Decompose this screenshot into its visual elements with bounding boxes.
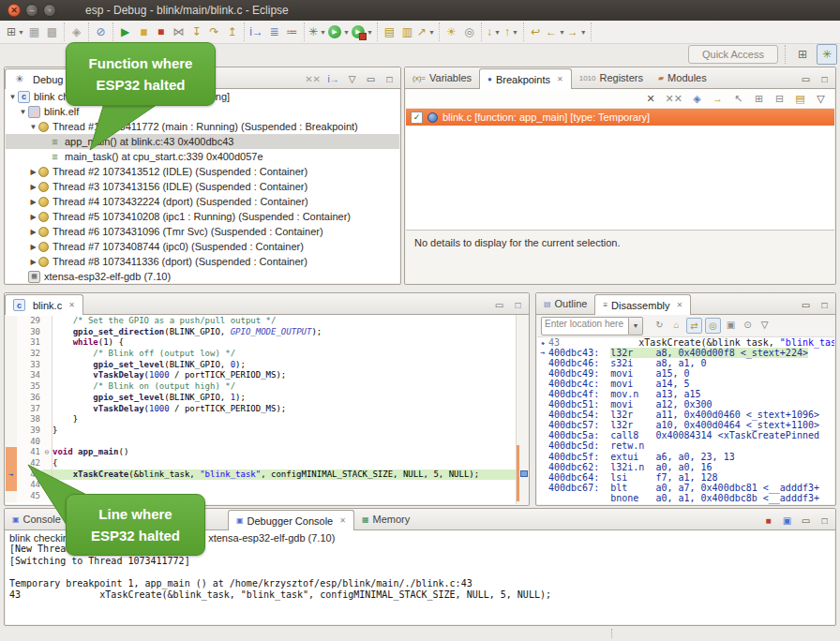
save-all-button[interactable]: ▩ bbox=[44, 23, 60, 40]
build-button[interactable]: ◈ bbox=[68, 23, 84, 40]
maximize-button[interactable]: □ bbox=[818, 514, 831, 527]
remove-all-button[interactable]: ✕✕ bbox=[666, 93, 682, 105]
minimize-button[interactable]: ▭ bbox=[800, 73, 812, 85]
disassembly-row[interactable]: 400dbc57: l32r a10, 0x400d0464 <_stext+1… bbox=[537, 420, 834, 430]
view-menu-button[interactable]: ▽ bbox=[346, 73, 358, 85]
maximize-button[interactable]: □ bbox=[818, 73, 831, 85]
disassembly-row[interactable]: bnone a0, a1, 0x400dbc8b <__adddf3+ bbox=[537, 493, 834, 503]
maximize-button[interactable]: □ bbox=[383, 73, 396, 85]
disassembly-row[interactable]: 400dbc5d: retw.n bbox=[537, 440, 834, 451]
chevron-down-icon[interactable]: ▼ bbox=[559, 29, 565, 36]
debug-tree-row[interactable]: ▶Thread #8 1073411336 (dport) (Suspended… bbox=[6, 254, 399, 269]
show-source-button[interactable]: ◎ bbox=[705, 318, 721, 334]
debug-tree-row[interactable]: ▼blink.elf bbox=[6, 104, 399, 119]
show-breakpoints-supported-button[interactable]: ◈ bbox=[691, 93, 703, 105]
quick-access-box[interactable]: Quick Access bbox=[688, 45, 778, 64]
tree-expander-icon[interactable]: ▶ bbox=[28, 258, 38, 266]
last-edit-location-button[interactable]: ↩ bbox=[528, 23, 544, 40]
sync-with-debug-button[interactable]: ⇄ bbox=[686, 318, 702, 334]
fold-marker-icon[interactable]: ⊖ bbox=[42, 447, 52, 458]
tree-expander-icon[interactable]: ▼ bbox=[18, 108, 28, 116]
chevron-down-icon[interactable]: ▼ bbox=[343, 29, 350, 36]
debug-tree-row[interactable]: ▶Thread #7 1073408744 (ipc0) (Suspended … bbox=[6, 239, 399, 254]
disassembly-row[interactable]: 400dbc62: l32i.n a0, a0, 16 bbox=[537, 462, 834, 472]
chevron-down-icon[interactable]: ▼ bbox=[580, 29, 587, 36]
step-over-button[interactable]: ↷ bbox=[206, 23, 222, 40]
disassembly-row[interactable]: 400dbc4c: movi a14, 5 bbox=[537, 379, 834, 389]
close-icon[interactable]: ✕ bbox=[339, 516, 346, 525]
editor-line[interactable]: 36 gpio_set_level(BLINK_GPIO, 1); bbox=[6, 393, 516, 404]
editor-line[interactable]: 34 vTaskDelay(1000 / portTICK_PERIOD_MS)… bbox=[6, 370, 516, 381]
resume-button[interactable]: ▶ bbox=[117, 23, 133, 40]
tab-breakpoints[interactable]: ●Breakpoints✕ bbox=[479, 68, 572, 89]
editor-line[interactable]: 32 /* Blink off (output low) */ bbox=[6, 349, 516, 360]
display-selected-console-button[interactable]: ▣ bbox=[781, 514, 793, 527]
new-view-button[interactable]: ▣ bbox=[724, 318, 738, 332]
chevron-down-icon[interactable]: ▼ bbox=[18, 29, 24, 36]
overview-ruler[interactable] bbox=[516, 315, 528, 504]
chevron-down-icon[interactable]: ▼ bbox=[367, 29, 373, 36]
search-button[interactable]: ☀ bbox=[443, 23, 459, 40]
run-button[interactable]: ▶▼ bbox=[328, 23, 350, 40]
instruction-stepping-mode-button[interactable]: i→ bbox=[327, 73, 339, 85]
tree-expander-icon[interactable]: ▶ bbox=[28, 243, 38, 251]
location-input[interactable]: Enter location here bbox=[541, 317, 629, 335]
disassembly-row[interactable]: 400dbc51: movi a12, 0x300 bbox=[537, 399, 834, 410]
go-to-file-button[interactable]: → bbox=[712, 93, 724, 105]
maximize-view-button[interactable]: □ bbox=[512, 299, 524, 311]
window-minimize-button[interactable]: – bbox=[25, 4, 38, 17]
sash-grip[interactable] bbox=[611, 629, 614, 638]
collapse-all-button[interactable]: ⊟ bbox=[773, 93, 786, 105]
minimize-button[interactable]: ▭ bbox=[800, 514, 812, 527]
debug-tree-row[interactable]: ≡app_main() at blink.c:43 0x400dbc43 bbox=[6, 134, 399, 149]
suspend-button[interactable]: ▮▮ bbox=[135, 23, 151, 40]
editor-line[interactable]: 31 while(1) { bbox=[6, 337, 516, 349]
debug-tree-row[interactable]: ▶Thread #4 1073432224 (dport) (Suspended… bbox=[6, 194, 399, 209]
terminate-button[interactable]: ■ bbox=[762, 514, 774, 527]
edit-step-filters-button[interactable]: ≔ bbox=[284, 23, 300, 40]
skip-all-breakpoints-button[interactable]: ⊘ bbox=[93, 23, 109, 40]
mark-occurrences-button[interactable]: ◎ bbox=[461, 23, 477, 40]
pin-button[interactable]: ⊙ bbox=[741, 318, 755, 332]
remove-all-terminated-button[interactable]: ✕✕ bbox=[305, 73, 321, 85]
tree-expander-icon[interactable]: ▶ bbox=[28, 168, 38, 176]
location-combo[interactable]: Enter location here ▼ bbox=[541, 317, 643, 335]
chevron-down-icon[interactable]: ▼ bbox=[320, 29, 326, 36]
debug-tree-row[interactable]: ▶Thread #3 1073413156 (IDLE) (Suspended … bbox=[6, 179, 399, 194]
disassembly-row[interactable]: 400dbc67: blt a0, a7, 0x400dbc81 <__addd… bbox=[537, 483, 834, 493]
editor-line[interactable]: 39} bbox=[6, 425, 516, 437]
tab-debugger-console[interactable]: ▣Debugger Console✕ bbox=[228, 510, 354, 530]
debug-tree-row[interactable]: ▶Thread #6 1073431096 (Tmr Svc) (Suspend… bbox=[6, 224, 399, 239]
close-icon[interactable]: ✕ bbox=[676, 301, 682, 309]
editor-line[interactable]: 30 gpio_set_direction(BLINK_GPIO, GPIO_M… bbox=[6, 327, 516, 338]
editor-line[interactable]: 35 /* Blink on (output high) */ bbox=[6, 381, 516, 393]
open-project-button[interactable]: ▥ bbox=[399, 23, 415, 40]
debug-tree-row[interactable]: ▦xtensa-esp32-elf-gdb (7.10) bbox=[6, 269, 399, 283]
disassembly-row[interactable]: →400dbc43: l32r a8, 0x400d00f8 <_stext+2… bbox=[537, 348, 834, 358]
breakpoint-row[interactable]: ✓ blink.c [function: app_main] [type: Te… bbox=[406, 109, 834, 126]
tree-expander-icon[interactable]: ▼ bbox=[28, 123, 38, 131]
disassembly-row[interactable]: 400dbc49: movi a15, 0 bbox=[537, 368, 834, 379]
debug-perspective-button[interactable]: ✳ bbox=[817, 44, 837, 65]
use-step-filters-button[interactable]: ≣ bbox=[266, 23, 282, 40]
disconnect-button[interactable]: ⋈ bbox=[171, 23, 187, 40]
minimize-view-button[interactable]: ▭ bbox=[493, 299, 505, 311]
tree-expander-icon[interactable]: ▶ bbox=[28, 183, 38, 191]
terminate-button[interactable]: ■ bbox=[153, 23, 169, 40]
instruction-stepping-button[interactable]: i→ bbox=[248, 23, 264, 40]
step-into-button[interactable]: ↧ bbox=[188, 23, 204, 40]
close-icon[interactable]: ✕ bbox=[68, 301, 75, 309]
forward-button[interactable]: →▼ bbox=[567, 23, 587, 40]
back-button[interactable]: ←▼ bbox=[546, 23, 565, 40]
tab-variables[interactable]: (x)=Variables bbox=[405, 67, 479, 88]
debug-button[interactable]: ✳▼ bbox=[308, 23, 326, 40]
save-button[interactable]: ▦ bbox=[26, 23, 42, 40]
open-perspective-button[interactable]: ⊞ bbox=[792, 44, 813, 65]
group-by-button[interactable]: ▤ bbox=[794, 93, 806, 105]
disassembly-listing[interactable]: ◆43 xTaskCreate(&blink_task, "blink_tas→… bbox=[537, 337, 834, 503]
disassembly-row[interactable]: 400dbc46: s32i a8, a1, 0 bbox=[537, 358, 834, 368]
next-annotation-button[interactable]: ↓▼ bbox=[486, 23, 502, 40]
view-menu-button[interactable]: ▽ bbox=[758, 318, 772, 332]
remove-selected-button[interactable]: ✕ bbox=[645, 93, 657, 105]
expand-all-button[interactable]: ⊞ bbox=[753, 93, 765, 105]
